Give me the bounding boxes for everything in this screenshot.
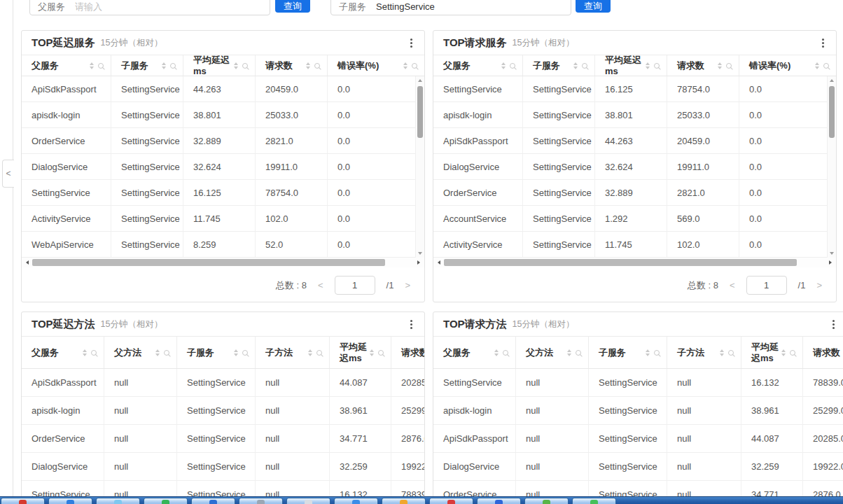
column-header[interactable]: 子服务 [177,337,256,368]
table-row[interactable]: ActivityServiceSettingService11.745102.0… [433,232,836,258]
table-row[interactable]: apisdk-loginSettingService38.80125033.00… [433,102,836,128]
filter-search-icon[interactable] [91,350,97,356]
vertical-scrollbar[interactable] [827,76,836,258]
table-row[interactable]: OrderServicenullSettingServicenull34.771… [22,425,424,453]
prev-page-button[interactable]: < [730,280,735,290]
table-row[interactable]: ApiSdkPassportSettingService44.26320459.… [22,76,424,102]
table-row[interactable]: OrderServiceSettingService32.8892821.00.… [433,180,836,206]
scrollbar-thumb[interactable] [32,259,385,266]
sort-carets-icon[interactable] [718,62,722,69]
column-header[interactable]: 子方法 [667,337,741,368]
sort-carets-icon[interactable] [90,62,94,69]
sort-carets-icon[interactable] [162,62,166,69]
sidebar-collapse-handle[interactable]: < [2,160,14,188]
column-header[interactable]: 父服务 [433,55,523,76]
next-page-button[interactable]: > [816,280,822,290]
more-menu-icon[interactable] [820,36,826,50]
table-row[interactable]: apisdk-loginnullSettingServicenull38.961… [433,397,843,425]
filter-search-icon[interactable] [790,350,795,356]
filter-search-icon[interactable] [576,350,581,356]
horizontal-scrollbar[interactable] [433,258,836,267]
horizontal-scrollbar[interactable] [22,258,424,267]
sort-carets-icon[interactable] [646,349,650,356]
scroll-left-icon[interactable] [435,258,443,267]
taskbar-app-button[interactable] [191,498,235,504]
filter-search-icon[interactable] [242,350,248,356]
filter-search-icon[interactable] [314,63,320,69]
taskbar-app-button[interactable] [572,498,616,504]
taskbar-app-button[interactable] [524,498,569,504]
column-header[interactable]: 错误率(%) [739,55,836,76]
table-row[interactable]: ApiSdkPassportnullSettingServicenull44.0… [22,369,424,397]
next-page-button[interactable]: > [405,280,410,290]
taskbar-app-button[interactable] [286,498,330,504]
sort-carets-icon[interactable] [494,349,499,356]
more-menu-icon[interactable] [408,318,414,331]
sort-carets-icon[interactable] [646,62,650,69]
column-header[interactable]: 平均延迟ms [330,337,391,368]
parent-service-input[interactable] [75,0,262,12]
filter-search-icon[interactable] [726,63,732,69]
sort-carets-icon[interactable] [781,349,786,356]
table-row[interactable]: SettingServiceSettingService16.12578754.… [22,180,424,206]
sort-carets-icon[interactable] [403,62,407,69]
sort-carets-icon[interactable] [567,349,571,356]
filter-search-icon[interactable] [378,350,384,356]
column-header[interactable]: 父方法 [104,337,177,368]
table-row[interactable]: DialogServiceSettingService32.62419911.0… [22,154,424,180]
child-service-input[interactable] [376,0,563,12]
sort-carets-icon[interactable] [815,62,819,69]
taskbar-app-button[interactable] [1,498,45,504]
taskbar-app-button[interactable] [334,498,378,504]
sort-carets-icon[interactable] [83,349,87,356]
sort-carets-icon[interactable] [573,62,578,69]
table-row[interactable]: DialogServiceSettingService32.62419911.0… [433,154,836,180]
filter-search-icon[interactable] [728,350,734,356]
filter-search-icon[interactable] [170,63,176,69]
column-header[interactable]: 子服务 [523,55,595,76]
table-row[interactable]: DialogServicenullSettingServicenull32.25… [22,453,424,481]
table-row[interactable]: apisdk-loginnullSettingServicenull38.961… [22,397,424,425]
scroll-right-icon[interactable] [826,258,835,267]
scroll-right-icon[interactable] [414,258,423,267]
prev-page-button[interactable]: < [318,280,323,290]
taskbar-app-button[interactable] [144,498,188,504]
taskbar-app-button[interactable] [429,498,473,504]
filter-search-icon[interactable] [654,63,660,69]
column-header[interactable]: 子服务 [111,55,183,76]
scroll-down-icon[interactable] [828,249,836,258]
sort-carets-icon[interactable] [234,349,238,356]
sort-carets-icon[interactable] [234,62,238,69]
taskbar-app-button[interactable] [48,498,92,504]
page-number-input[interactable] [335,276,375,295]
column-header[interactable]: 父方法 [516,337,589,368]
vertical-scrollbar[interactable] [415,76,424,258]
sort-carets-icon[interactable] [370,349,374,356]
filter-search-icon[interactable] [654,350,660,356]
column-header[interactable]: 请求数 [391,337,425,368]
sort-carets-icon[interactable] [501,62,506,69]
column-header[interactable]: 平均延迟ms [183,55,256,76]
table-row[interactable]: ApiSdkPassportnullSettingServicenull44.0… [433,425,843,453]
column-header[interactable]: 父服务 [22,55,111,76]
taskbar-app-button[interactable] [239,498,283,504]
column-header[interactable]: 父服务 [22,337,104,368]
scroll-down-icon[interactable] [416,249,424,258]
column-header[interactable]: 子服务 [589,337,667,368]
sort-carets-icon[interactable] [720,349,724,356]
filter-search-icon[interactable] [316,350,322,356]
column-header[interactable]: 错误率(%) [328,55,424,76]
sort-carets-icon[interactable] [155,349,160,356]
column-header[interactable]: 请求数 [256,55,328,76]
parent-query-button[interactable]: 查询 [275,0,310,13]
filter-search-icon[interactable] [503,350,508,356]
child-query-button[interactable]: 查询 [576,0,611,13]
taskbar-app-button[interactable] [96,498,140,504]
sort-carets-icon[interactable] [308,349,312,356]
filter-search-icon[interactable] [412,63,417,69]
scrollbar-thumb[interactable] [829,86,835,138]
table-row[interactable]: ApiSdkPassportSettingService44.26320459.… [433,128,836,154]
filter-search-icon[interactable] [242,63,248,69]
column-header[interactable]: 父服务 [433,337,516,368]
scroll-up-icon[interactable] [416,76,424,85]
